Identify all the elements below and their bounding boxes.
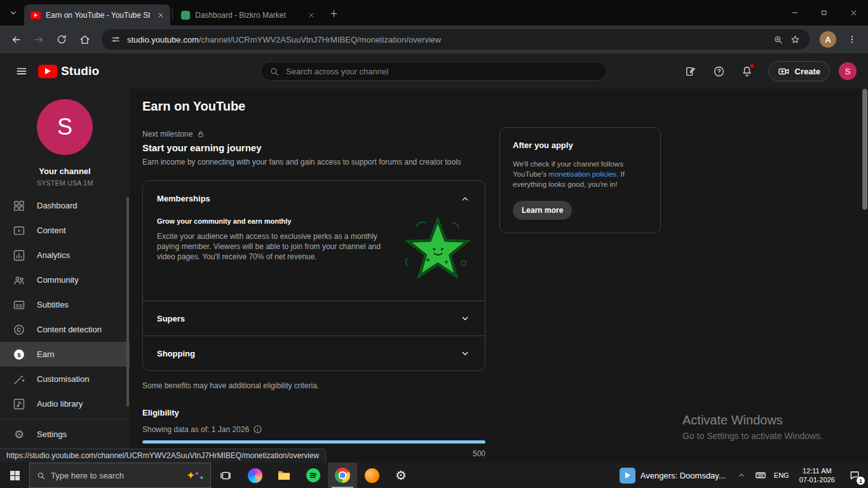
date: 07-01-2026 [799,475,835,484]
sidebar-item-audio-library[interactable]: Audio library [0,391,130,416]
supers-section-header[interactable]: Supers [143,301,485,336]
monetisation-policies-link[interactable]: monetisation policies [548,170,616,178]
main-content: Earn on YouTube Next milestone Start you… [130,89,868,463]
community-icon [13,274,25,287]
reload-button[interactable] [51,29,72,50]
studio-avatar[interactable]: S [839,62,857,80]
page-scrollbar[interactable] [862,89,868,463]
sidebar-item-subtitles[interactable]: Subtitles [0,292,130,317]
youtube-play-icon [38,65,57,78]
spotify-button[interactable] [299,463,328,488]
earn-content-column: Earn on YouTube Next milestone Start you… [142,89,485,463]
url-text: studio.youtube.com/channel/UCRmYWV2ASuuV… [127,35,766,44]
analytics-icon [13,249,25,262]
chevron-down-icon[interactable] [459,348,471,359]
sidebar-item-content-detection[interactable]: Content detection [0,317,130,342]
browser-profile-avatar[interactable]: A [820,31,836,48]
media-playback-widget[interactable]: Avengers: Doomsday... [613,463,732,488]
sidebar-item-label: Analytics [37,250,70,260]
info-icon[interactable] [253,424,262,434]
media-title: Avengers: Doomsday... [641,471,726,480]
sidebar-scrollbar[interactable] [126,197,129,407]
sidebar-item-customisation[interactable]: Customisation [0,367,130,391]
sidebar-item-earn[interactable]: $ Earn [0,342,130,367]
chevron-down-icon[interactable] [459,313,471,324]
sidebar-item-label: Content [37,226,66,235]
learn-more-button[interactable]: Learn more [513,201,572,220]
taskbar-search-input[interactable] [51,471,181,480]
settings-gear-icon: ⚙ [13,428,25,441]
milestone-label: Next milestone [142,130,193,139]
url-host: studio.youtube.com [127,35,199,44]
fl-studio-button[interactable] [357,463,386,488]
studio-search-input[interactable] [286,67,599,76]
taskbar-search-box[interactable]: ✦✦✦ [29,463,211,488]
sidebar-item-community[interactable]: Community [0,268,130,292]
file-explorer-button[interactable] [269,463,299,488]
tab-search-chevron-icon[interactable] [4,3,23,23]
studio-search-bar[interactable] [261,62,607,81]
help-icon[interactable] [707,59,731,83]
sidebar-item-content[interactable]: Content [0,218,130,243]
youtube-studio-logo[interactable]: Studio [38,64,99,78]
apply-card-body: We'll check if your channel follows YouT… [513,159,648,189]
sidebar-item-label: Community [37,275,79,285]
address-bar[interactable]: studio.youtube.com/channel/UCRmYWV2ASuuV… [102,29,810,50]
home-button[interactable] [74,29,95,50]
chrome-button[interactable] [328,463,357,488]
start-button[interactable] [0,463,29,488]
back-button[interactable] [5,29,27,50]
settings-gear-icon: ⚙ [395,468,407,483]
channel-avatar[interactable]: S [37,99,93,155]
create-label: Create [795,67,820,76]
notification-dot [750,64,754,68]
windows-logo-icon [10,471,20,480]
hamburger-menu-icon[interactable] [9,58,34,84]
site-info-icon[interactable] [111,34,121,44]
memberships-description: Excite your audience with access to excl… [157,231,391,262]
forward-button[interactable] [28,29,50,50]
minimize-button[interactable] [780,0,810,25]
tab-separator [172,9,173,20]
chevron-up-icon[interactable] [459,193,471,205]
hidden-icons-chevron[interactable] [732,463,751,488]
notifications-bell-icon[interactable] [735,59,759,83]
sidebar-item-analytics[interactable]: Analytics [0,243,130,268]
studio-header: Studio Create S [0,53,868,89]
bookmark-star-icon[interactable] [790,34,801,45]
close-button[interactable] [839,0,868,25]
file-explorer-icon [276,468,292,483]
media-play-icon [620,468,635,484]
sidebar-item-label: Audio library [37,399,83,409]
feedback-icon[interactable] [679,59,703,83]
language-indicator[interactable]: ENG [770,471,793,479]
task-view-button[interactable] [211,463,240,488]
lock-icon [196,130,205,139]
sidebar-item-label: Earn [37,349,54,359]
page-scrollbar-thumb[interactable] [862,89,867,210]
benefits-note: Some benefits may have additional eligib… [142,381,485,390]
maximize-button[interactable] [810,0,839,25]
apply-card-title: After you apply [513,140,648,150]
shopping-title: Shopping [157,349,195,358]
create-button[interactable]: Create [768,61,830,81]
browser-menu-kebab-icon[interactable] [841,29,863,50]
tab-earn-on-youtube[interactable]: Earn on YouTube - YouTube Stu [24,4,170,25]
tab-close-icon[interactable] [155,10,166,21]
sidebar-item-dashboard[interactable]: Dashboard [0,193,130,218]
zoom-icon[interactable] [773,34,783,45]
touch-keyboard-icon[interactable] [751,463,770,488]
clock[interactable]: 12:11 AM 07-01-2026 [793,466,841,484]
new-tab-button[interactable] [325,4,342,22]
settings-button[interactable]: ⚙ [386,463,416,488]
shopping-section-header[interactable]: Shopping [143,336,485,370]
action-center-button[interactable]: 1 [841,463,868,488]
sidebar-item-settings[interactable]: ⚙ Settings [0,422,130,447]
channel-summary: S Your channel SYSTEM USA 1M [0,89,130,187]
browser-toolbar: studio.youtube.com/channel/UCRmYWV2ASuuV… [0,25,868,53]
tab-bizkro-dashboard[interactable]: Dashboard - Bizkro Market [175,4,321,25]
copilot-button[interactable] [240,463,269,488]
memberships-section-header[interactable]: Memberships [143,181,485,216]
tab-close-icon[interactable] [306,10,317,21]
subtitles-icon [13,299,25,311]
